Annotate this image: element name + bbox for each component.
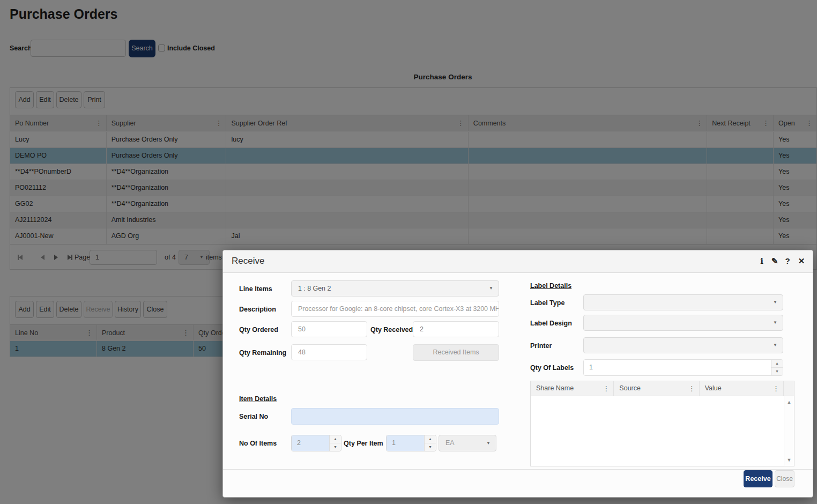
description-input[interactable]: Processor for Google: an 8-core chipset,… (291, 301, 499, 317)
label-type-label: Label Type (530, 299, 565, 307)
chevron-down-icon: ▼ (773, 315, 777, 330)
serial-no-label: Serial No (239, 413, 268, 420)
qty-remaining-label: Qty Remaining (239, 349, 286, 357)
share-grid-header: Share Name⋮ Source⋮ Value⋮ (531, 381, 794, 396)
qty-of-labels-stepper[interactable]: 1 ▲▼ (583, 359, 783, 376)
no-of-items-stepper[interactable]: 2 ▲▼ (291, 435, 341, 451)
share-grid: Share Name⋮ Source⋮ Value⋮ ▲ ▼ (530, 381, 794, 466)
qty-ordered-input[interactable]: 50 (291, 321, 367, 337)
line-items-select[interactable]: 1 : 8 Gen 2 ▼ (291, 280, 499, 297)
modal-footer-divider (223, 469, 813, 470)
label-design-select[interactable]: ▼ (583, 315, 783, 331)
qty-of-labels-label: Qty Of Labels (530, 364, 574, 372)
spin-up-icon[interactable]: ▲ (771, 360, 783, 368)
purchase-orders-app: Purchase Orders Search Search Include Cl… (0, 0, 817, 504)
qty-per-item-stepper[interactable]: 1 ▲▼ (386, 435, 436, 451)
column-header-share-name[interactable]: Share Name⋮ (531, 381, 614, 396)
qty-remaining-input[interactable]: 48 (291, 344, 367, 360)
chevron-down-icon: ▼ (489, 281, 493, 296)
qty-received-input[interactable]: 2 (413, 321, 499, 337)
printer-select[interactable]: ▼ (583, 337, 783, 353)
label-type-select[interactable]: ▼ (583, 294, 783, 310)
qty-per-item-label: Qty Per Item (344, 440, 383, 447)
spin-down-icon[interactable]: ▼ (425, 443, 436, 451)
scroll-down-icon[interactable]: ▼ (784, 457, 794, 463)
column-header-source[interactable]: Source⋮ (614, 381, 699, 396)
chevron-down-icon: ▼ (773, 295, 777, 310)
printer-label: Printer (530, 342, 552, 350)
receive-modal: Receive i ✎ ? ✕ Line Items 1 : 8 Gen 2 ▼… (222, 250, 813, 498)
modal-header: Receive i ✎ ? ✕ (223, 250, 813, 273)
serial-no-input[interactable] (291, 408, 499, 425)
edit-pencil-icon[interactable]: ✎ (770, 256, 779, 266)
spin-down-icon[interactable]: ▼ (330, 443, 341, 451)
close-button[interactable]: Close (775, 470, 794, 487)
spin-up-icon[interactable]: ▲ (330, 435, 341, 443)
info-icon[interactable]: i (757, 256, 767, 266)
spin-up-icon[interactable]: ▲ (425, 435, 436, 443)
no-of-items-value[interactable]: 2 (292, 435, 329, 451)
label-details-heading: Label Details (530, 282, 571, 290)
qty-ordered-label: Qty Ordered (239, 326, 278, 333)
column-menu-icon[interactable]: ⋮ (603, 381, 610, 396)
share-grid-scrollbar[interactable]: ▲ ▼ (784, 396, 794, 466)
receive-button[interactable]: Receive (744, 470, 773, 487)
uom-select[interactable]: EA ▼ (439, 435, 496, 451)
column-menu-icon[interactable]: ⋮ (773, 381, 779, 396)
item-details-heading: Item Details (239, 395, 277, 403)
close-icon[interactable]: ✕ (797, 256, 806, 266)
scroll-up-icon[interactable]: ▲ (784, 399, 794, 405)
column-header-spacer (784, 381, 794, 396)
qty-received-label: Qty Received (370, 326, 413, 333)
modal-title: Receive (232, 256, 264, 266)
qty-of-labels-value[interactable]: 1 (584, 360, 771, 375)
column-menu-icon[interactable]: ⋮ (688, 381, 695, 396)
chevron-down-icon: ▼ (773, 338, 777, 353)
no-of-items-label: No Of Items (239, 440, 277, 447)
line-items-label: Line Items (239, 285, 272, 293)
description-label: Description (239, 306, 276, 313)
spin-down-icon[interactable]: ▼ (771, 368, 783, 375)
qty-per-item-value[interactable]: 1 (387, 435, 424, 451)
help-icon[interactable]: ? (783, 256, 792, 265)
received-items-button[interactable]: Received Items (413, 344, 499, 361)
column-header-value[interactable]: Value⋮ (700, 381, 784, 396)
chevron-down-icon: ▼ (486, 436, 491, 451)
label-design-label: Label Design (530, 320, 572, 327)
